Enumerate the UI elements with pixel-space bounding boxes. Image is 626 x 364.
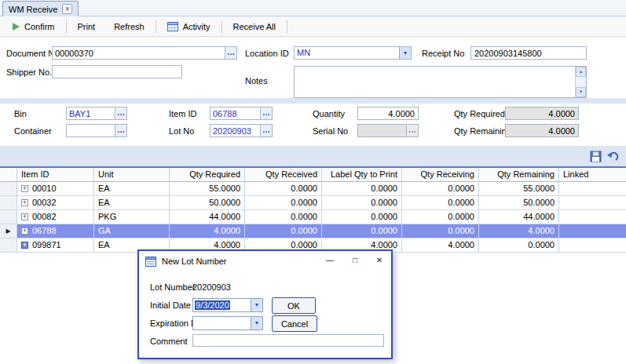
notes-field[interactable]: ▲ ▼ <box>294 66 587 98</box>
item-id-input[interactable] <box>210 107 260 119</box>
cell-label-qty: 0.0000 <box>322 196 402 210</box>
print-button[interactable]: Print <box>68 20 105 34</box>
expiration-date-dropdown-arrow-icon[interactable]: ▼ <box>251 317 262 329</box>
close-button[interactable]: ✕ <box>368 253 391 268</box>
row-indicator <box>0 182 17 196</box>
cell-qty-receiving: 0.0000 <box>402 224 479 238</box>
expand-icon[interactable]: + <box>21 199 28 206</box>
cell-qty-remaining: 44.0000 <box>479 210 559 224</box>
item-id-field: … <box>210 107 273 120</box>
location-id-value: MN <box>295 47 399 59</box>
cell-label-qty: 0.0000 <box>322 182 402 196</box>
expand-icon[interactable]: + <box>21 213 28 220</box>
container-input[interactable] <box>67 125 115 136</box>
item-id-lookup-button[interactable]: … <box>260 107 272 119</box>
lot-no-label: Lot No <box>169 126 194 136</box>
lot-no-lookup-button[interactable]: … <box>260 125 272 136</box>
expand-icon[interactable]: + <box>21 185 28 192</box>
quantity-label: Quantity <box>313 109 345 118</box>
undo-icon[interactable] <box>606 149 620 163</box>
tab-title: WM Receive <box>9 5 57 14</box>
initial-date-label: Initial Date <box>150 300 191 310</box>
refresh-label: Refresh <box>114 22 145 31</box>
location-id-combo[interactable]: MN ▼ <box>294 46 412 60</box>
confirm-button[interactable]: Confirm <box>3 20 64 34</box>
serial-no-field: … <box>357 124 419 137</box>
document-no-field: … <box>52 46 237 60</box>
document-no-lookup-button[interactable]: … <box>225 47 236 59</box>
minimize-button[interactable]: — <box>318 253 342 268</box>
cell-item-id: +00032 <box>17 196 94 210</box>
lot-no-input[interactable] <box>210 125 260 136</box>
initial-date-dropdown-arrow-icon[interactable]: ▼ <box>251 299 262 311</box>
tab-strip: WM Receive ✕ <box>0 0 626 16</box>
header-qty-remaining[interactable]: Qty Remaining <box>479 168 559 182</box>
row-indicator <box>0 210 17 224</box>
ok-button[interactable]: OK <box>272 297 316 314</box>
table-row[interactable]: +00010 EA 55.0000 0.0000 0.0000 0.0000 5… <box>0 182 626 196</box>
receipt-no-label: Receipt No <box>422 49 464 58</box>
scroll-up-icon[interactable]: ▲ <box>576 67 586 77</box>
header-unit[interactable]: Unit <box>94 168 170 182</box>
tab-close-icon[interactable]: ✕ <box>62 4 72 14</box>
document-no-input[interactable] <box>53 47 225 59</box>
quantity-input[interactable] <box>357 107 419 120</box>
location-dropdown-arrow-icon[interactable]: ▼ <box>399 47 411 59</box>
comment-input[interactable] <box>192 334 384 347</box>
serial-no-label: Serial No <box>313 126 348 136</box>
initial-date-combo[interactable]: 9/3/2020 ▼ <box>192 298 263 312</box>
header-qty-required[interactable]: Qty Required <box>170 168 245 182</box>
shipper-no-label: Shipper No. <box>6 67 52 77</box>
table-row-selected[interactable]: ▶ +06788 GA 4.0000 0.0000 0.0000 0.0000 … <box>0 224 626 238</box>
notes-scrollbar[interactable]: ▲ ▼ <box>575 67 586 97</box>
expand-icon[interactable]: + <box>21 228 28 235</box>
cell-qty-receiving: 0.0000 <box>402 182 479 196</box>
expiration-date-value <box>193 317 251 329</box>
receive-lines-grid: Item ID Unit Qty Required Qty Received L… <box>0 166 626 253</box>
refresh-button[interactable]: Refresh <box>104 20 154 34</box>
cell-qty-remaining: 4.0000 <box>479 224 559 238</box>
confirm-play-icon <box>13 23 20 31</box>
header-label-qty-to-print[interactable]: Label Qty to Print <box>322 168 402 182</box>
receipt-no-input[interactable] <box>470 46 587 60</box>
expiration-date-combo[interactable]: ▼ <box>192 316 263 330</box>
receive-all-label: Receive All <box>233 22 276 31</box>
activity-button[interactable]: Activity <box>158 20 220 34</box>
cancel-button[interactable]: Cancel <box>272 315 317 332</box>
container-field: … <box>66 124 127 137</box>
shipper-no-input[interactable] <box>52 65 182 78</box>
cell-unit: EA <box>94 196 170 210</box>
header-linked[interactable]: Linked <box>559 168 626 182</box>
activity-label: Activity <box>183 22 210 31</box>
receive-all-button[interactable]: Receive All <box>224 20 285 34</box>
header-item-id[interactable]: Item ID <box>17 168 94 182</box>
header-qty-received[interactable]: Qty Received <box>245 168 322 182</box>
qty-remaining-label: Qty Remaining <box>454 126 511 136</box>
maximize-button[interactable]: □ <box>343 253 367 268</box>
tab-wm-receive[interactable]: WM Receive ✕ <box>2 1 79 16</box>
save-icon[interactable] <box>588 149 602 163</box>
cell-item-id: +099871 <box>17 238 94 253</box>
wm-receive-window: WM Receive ✕ Confirm Print Refresh Activ… <box>0 0 626 364</box>
cell-qty-received: 0.0000 <box>245 224 322 238</box>
header-qty-receiving[interactable]: Qty Receiving <box>402 168 479 182</box>
initial-date-value-wrap: 9/3/2020 <box>193 299 251 311</box>
expand-icon[interactable]: + <box>21 242 28 249</box>
scroll-down-icon[interactable]: ▼ <box>576 87 586 97</box>
cell-text: 00010 <box>32 184 57 193</box>
item-id-label: Item ID <box>169 109 196 118</box>
container-lookup-button[interactable]: … <box>115 125 126 136</box>
bin-input[interactable] <box>67 107 115 119</box>
table-row[interactable]: +00082 PKG 44.0000 0.0000 0.0000 0.0000 … <box>0 210 626 224</box>
receipt-header-form: Document No … Location ID MN ▼ Receipt N… <box>0 37 626 98</box>
table-row[interactable]: +00032 EA 50.0000 0.0000 0.0000 0.0000 5… <box>0 196 626 210</box>
toolbar-separator <box>221 20 222 33</box>
lot-number-value: 20200903 <box>192 282 231 292</box>
cell-qty-received: 0.0000 <box>245 196 322 210</box>
lot-no-field: … <box>210 124 273 137</box>
bin-lookup-button[interactable]: … <box>115 107 126 119</box>
cell-linked <box>559 182 626 196</box>
cell-linked <box>559 224 626 238</box>
grid-header-row: Item ID Unit Qty Required Qty Received L… <box>0 168 626 182</box>
cell-text: 00032 <box>32 198 57 207</box>
